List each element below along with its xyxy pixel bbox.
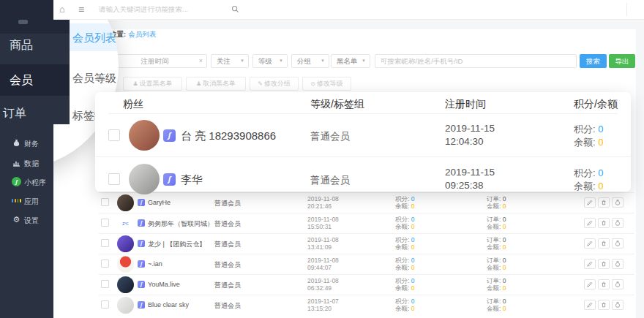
member-name: 龙少 | 【团购云仓】 <box>148 240 206 249</box>
avatar <box>117 297 134 314</box>
table-row: ʃ Blue clear sky 普通会员 2019-11-07 13:15:2… <box>0 295 644 315</box>
row-checkbox[interactable] <box>108 129 120 141</box>
register-date: 2019-11-08 <box>307 257 339 264</box>
row-divider <box>99 213 634 213</box>
submenu-item-member-level[interactable]: 会员等级 <box>72 72 116 86</box>
member-name: 匆匆那年（智联同城） <box>148 219 214 229</box>
sidebar-item-settings[interactable]: ⚙ 设置 <box>0 211 53 230</box>
pencil-icon <box>587 281 593 287</box>
home-icon[interactable]: ⌂ <box>53 0 71 19</box>
pencil-icon <box>587 302 593 308</box>
edit-button[interactable] <box>584 259 596 269</box>
row-checkbox[interactable] <box>101 280 109 288</box>
amount-value: 金额: 0 <box>487 305 506 314</box>
column-header-register-time: 注册时间 <box>445 98 486 111</box>
global-search-input[interactable]: 请输入关键词进行功能搜索... <box>99 0 188 19</box>
moneybag-icon <box>615 281 621 287</box>
sidebar-item-finance[interactable]: 财务 <box>0 134 53 153</box>
member-level: 普通会员 <box>214 301 241 311</box>
member-level: 普通会员 <box>310 174 350 187</box>
sidebar-item-label: 小程序 <box>24 178 46 188</box>
edit-button[interactable] <box>584 300 596 310</box>
balance-value: 余额: 0 <box>574 136 603 149</box>
delete-button[interactable] <box>598 300 610 310</box>
edit-button[interactable] <box>584 279 596 289</box>
delete-button[interactable] <box>598 279 610 289</box>
finance-button[interactable] <box>612 218 624 228</box>
row-checkbox[interactable] <box>101 300 109 308</box>
finance-button[interactable] <box>612 279 624 289</box>
amount-value: 金额: 0 <box>487 243 506 252</box>
sidebar-item-label: 商品 <box>10 38 33 53</box>
card-row: ʃ 李华 普通会员 2019-11-15 09:25:38 积分: 0 余额: … <box>95 156 631 200</box>
member-name: YouMa.live <box>148 281 180 288</box>
member-level: 普通会员 <box>214 281 241 290</box>
finance-button[interactable] <box>612 259 624 269</box>
wechat-badge-icon: ʃ <box>163 173 176 186</box>
row-checkbox[interactable] <box>101 260 109 268</box>
edit-button[interactable] <box>584 218 596 228</box>
trash-icon <box>601 200 607 205</box>
row-divider <box>99 274 634 275</box>
points-value: 积分: 0 <box>574 123 603 136</box>
table-row: ʃ ~.ian 普通会员 2019-11-08 09:44:07 积分: 0 余… <box>0 254 644 274</box>
avatar <box>117 235 134 252</box>
register-time: 09:25:38 <box>445 180 484 191</box>
avatar <box>129 120 160 151</box>
register-time: 20:21:46 <box>307 202 332 210</box>
trash-icon <box>601 302 607 308</box>
sidebar-item-label: 会员 <box>10 73 33 88</box>
sidebar-item-label: 设置 <box>24 216 39 226</box>
moneybag-icon <box>615 302 621 308</box>
finance-button[interactable] <box>612 300 624 310</box>
gear-icon: ⚙ <box>12 215 21 224</box>
sidebar-item-members[interactable]: 会员 <box>0 64 70 96</box>
table-row: ʃ YouMa.live 普通会员 2019-11-08 06:32:49 积分… <box>0 274 644 295</box>
trash-icon <box>601 281 607 287</box>
pencil-icon <box>587 200 593 205</box>
sidebar-item-apps[interactable]: 应用 <box>0 192 53 211</box>
moneybag-icon <box>615 200 621 205</box>
amount-value: 金额: 0 <box>487 223 506 232</box>
points-value: 积分: 0 <box>574 167 603 180</box>
amount-value: 金额: 0 <box>487 202 506 211</box>
sidebar-item-products[interactable]: 商品 <box>0 34 70 64</box>
row-checkbox[interactable] <box>108 173 120 185</box>
logo-icon <box>18 20 28 24</box>
register-date: 2019-11-08 <box>307 236 339 243</box>
balance-value: 余额: 0 <box>395 202 414 211</box>
balance-value: 余额: 0 <box>395 284 414 293</box>
register-time: 06:32:49 <box>307 284 332 292</box>
balance-value: 余额: 0 <box>395 264 414 273</box>
edit-button[interactable] <box>584 238 596 249</box>
finance-button[interactable] <box>612 238 624 249</box>
search-icon[interactable] <box>226 0 244 19</box>
sidebar-item-miniprogram[interactable]: ʃ 小程序 <box>0 173 53 192</box>
register-time: 12:04:30 <box>445 136 484 147</box>
sidebar-item-label: 财务 <box>24 139 39 149</box>
delete-button[interactable] <box>598 218 610 228</box>
row-checkbox[interactable] <box>101 219 109 227</box>
sidebar-lower: 财务 数据 ʃ 小程序 应用 ⚙ 设置 <box>0 124 53 318</box>
sidebar-item-orders[interactable]: 订单 <box>0 96 70 124</box>
register-time: 13:15:20 <box>307 305 332 312</box>
balance-value: 余额: 0 <box>395 223 414 232</box>
submenu-item-member-list[interactable]: 会员列表 <box>72 31 116 45</box>
member-name: 李华 <box>181 173 203 187</box>
miniprogram-icon: ʃ <box>12 177 21 186</box>
member-level: 普通会员 <box>214 219 241 229</box>
row-divider <box>99 295 634 295</box>
sidebar-item-label: 订单 <box>3 106 26 121</box>
row-checkbox[interactable] <box>101 239 109 247</box>
avatar <box>117 256 134 273</box>
menu-toggle-icon[interactable]: ≡ <box>72 0 90 19</box>
wechat-badge-icon: ʃ <box>138 260 145 268</box>
avatar <box>129 164 160 194</box>
delete-button[interactable] <box>598 238 610 249</box>
pencil-icon <box>587 220 593 226</box>
delete-button[interactable] <box>598 259 610 269</box>
column-header-points-balance: 积分/余额 <box>574 98 618 111</box>
sidebar-item-data[interactable]: 数据 <box>0 154 53 173</box>
member-level: 普通会员 <box>214 240 241 249</box>
topbar-divider <box>626 3 627 16</box>
